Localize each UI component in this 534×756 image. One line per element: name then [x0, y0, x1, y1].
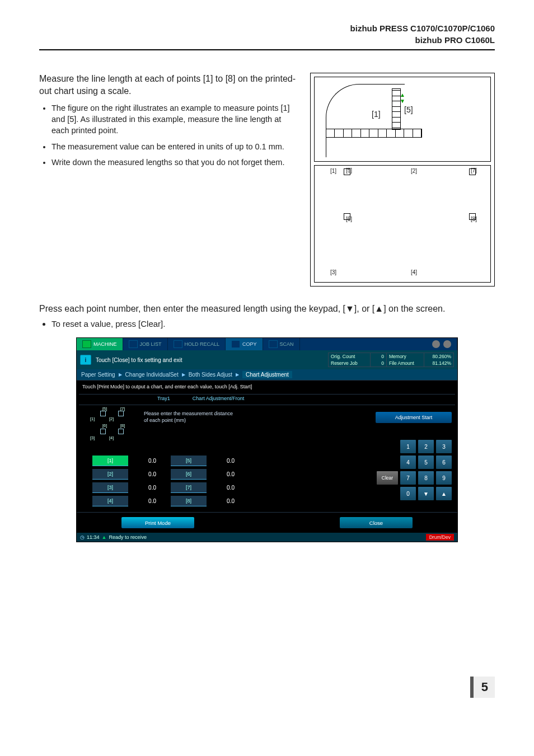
intro-paragraph: Measure the line length at each of point… — [39, 73, 299, 98]
tab-copy[interactable]: COPY — [226, 338, 263, 350]
key-8[interactable]: 8 — [418, 471, 434, 485]
fig-label-1: [1] — [372, 110, 381, 119]
adjustment-start-button[interactable]: Adjustment Start — [376, 412, 452, 423]
tab-hold[interactable]: HOLD RECALL — [168, 338, 226, 350]
clock-icon: ◷ — [80, 534, 85, 540]
tab-machine-label: MACHINE — [93, 341, 117, 347]
fig-pt-4: [4] — [411, 269, 417, 275]
key-down[interactable]: ▼ — [418, 487, 434, 500]
keypad-spacer — [377, 440, 398, 453]
mini-1: [1] — [90, 416, 95, 421]
point-6-value: 0.0 — [207, 471, 238, 477]
keypad-spacer — [377, 456, 398, 469]
point-8-button[interactable]: [8] — [171, 496, 207, 506]
point-5-button[interactable]: [5] — [171, 456, 207, 466]
status-orig-val: 0 — [370, 353, 386, 360]
point-1-button[interactable]: [1] — [92, 456, 128, 466]
status-reserve-val: 0 — [370, 360, 386, 367]
point-7-button[interactable]: [7] — [171, 482, 207, 493]
status-mem-label: Memory — [386, 353, 424, 360]
mini-2: [2] — [109, 416, 114, 421]
key-4[interactable]: 4 — [400, 456, 416, 469]
close-button[interactable]: Close — [340, 517, 413, 528]
key-9[interactable]: 9 — [436, 471, 452, 485]
key-0[interactable]: 0 — [400, 487, 416, 500]
measurement-figure: ▲▼ [1] [5] [1] [5] [7] [2] [6] [8] — [310, 73, 495, 287]
tab-scan-label: SCAN — [280, 341, 294, 347]
crumb-arrow-icon: ▶ — [182, 372, 185, 377]
header-rule — [39, 49, 495, 50]
key-5[interactable]: 5 — [418, 456, 434, 469]
fig-pt-3: [3] — [330, 269, 336, 275]
info-icon[interactable] — [432, 340, 440, 348]
tab-copy-label: COPY — [242, 341, 257, 347]
point-6-button[interactable]: [6] — [171, 469, 207, 480]
crumb-paper[interactable]: Paper Setting — [81, 372, 115, 378]
top-nav: MACHINE JOB LIST HOLD RECALL COPY SCAN — [77, 338, 457, 350]
machine-icon — [82, 340, 91, 348]
tab-scan[interactable]: SCAN — [263, 338, 300, 350]
point-3-value: 0.0 — [128, 485, 160, 491]
points-grid: [1] 0.0 [5] 0.0 [2] 0.0 [6] 0.0 [3] 0.0 — [92, 456, 324, 506]
key-7[interactable]: 7 — [400, 471, 416, 485]
status-reserve-label: Reserve Job — [329, 360, 370, 367]
fix-line-text: Touch [Close] to fix setting and exit — [96, 357, 182, 363]
point-5-value: 0.0 — [207, 458, 238, 464]
intro-bullets: The figure on the right illustrates an e… — [39, 102, 299, 168]
printer-touchscreen: MACHINE JOB LIST HOLD RECALL COPY SCAN — [76, 337, 458, 542]
footer-status: Ready to receive — [109, 534, 147, 540]
key-up[interactable]: ▲ — [436, 487, 452, 500]
key-6[interactable]: 6 — [436, 456, 452, 469]
status-mem-val: 80.260% — [424, 353, 453, 360]
bullet-3: Write down the measured lengths so that … — [51, 157, 299, 168]
mini-8: [8] — [120, 423, 125, 428]
status-orig-label: Orig. Count — [329, 353, 370, 360]
status-file-label: File Amount — [386, 360, 424, 367]
crumb-both[interactable]: Both Sides Adjust — [189, 372, 232, 378]
tray-label: Tray1 — [157, 396, 170, 401]
bullet-2: The measurement value can be entered in … — [51, 141, 299, 152]
key-2[interactable]: 2 — [418, 440, 434, 453]
tab-machine[interactable]: MACHINE — [77, 338, 123, 350]
hold-icon — [174, 340, 182, 348]
header-line1: bizhub PRESS C1070/C1070P/C1060 — [39, 22, 495, 34]
mini-4: [4] — [109, 435, 114, 440]
status-triangle-icon: ▲ — [102, 534, 107, 540]
point-1-value: 0.0 — [128, 458, 160, 464]
bullet-1: The figure on the right illustrates an e… — [51, 102, 299, 137]
point-2-value: 0.0 — [128, 471, 160, 477]
tab-hold-label: HOLD RECALL — [185, 341, 220, 347]
crumb-arrow-icon: ▶ — [236, 372, 239, 377]
key-3[interactable]: 3 — [436, 440, 452, 453]
arrow-5-icon: ▲▼ — [400, 92, 405, 104]
footer-time: 11:34 — [87, 534, 100, 540]
crumb-chart: Chart Adjustment — [242, 371, 292, 378]
info-badge-icon: i — [80, 355, 91, 365]
copy-icon — [231, 340, 240, 348]
crumb-change[interactable]: Change IndividualSet — [125, 372, 179, 378]
point-4-value: 0.0 — [128, 498, 160, 504]
print-mode-button[interactable]: Print Mode — [121, 517, 194, 528]
diagram-text-l1: Please enter the measurement distance — [144, 411, 233, 417]
mini-5: [5] — [102, 406, 107, 411]
mini-6: [6] — [102, 423, 107, 428]
measurement-figure-bottom: [1] [5] [7] [2] [6] [8] [3] [4] — [314, 165, 491, 283]
body-bullets: To reset a value, press [Clear]. — [39, 319, 495, 328]
point-4-button[interactable]: [4] — [92, 496, 128, 506]
key-clear[interactable]: Clear — [377, 471, 398, 485]
help-icon[interactable] — [443, 340, 451, 348]
mini-3: [3] — [90, 435, 95, 440]
keypad-spacer — [377, 487, 398, 500]
key-1[interactable]: 1 — [400, 440, 416, 453]
tab-joblist[interactable]: JOB LIST — [123, 338, 168, 350]
mini-7: [7] — [120, 406, 125, 411]
status-block: Orig. Count 0 Memory 80.260% Reserve Job… — [328, 353, 454, 367]
status-file-val: 81.142% — [424, 360, 453, 367]
point-2-button[interactable]: [2] — [92, 469, 128, 480]
point-3-button[interactable]: [3] — [92, 482, 128, 493]
header-line2: bizhub PRO C1060L — [39, 34, 495, 46]
point-7-value: 0.0 — [207, 485, 238, 491]
diagram-text-l2: of each point (mm) — [144, 417, 233, 424]
diagram-text: Please enter the measurement distance of… — [144, 411, 233, 424]
footer-drum[interactable]: Drum/Dev — [426, 534, 454, 541]
